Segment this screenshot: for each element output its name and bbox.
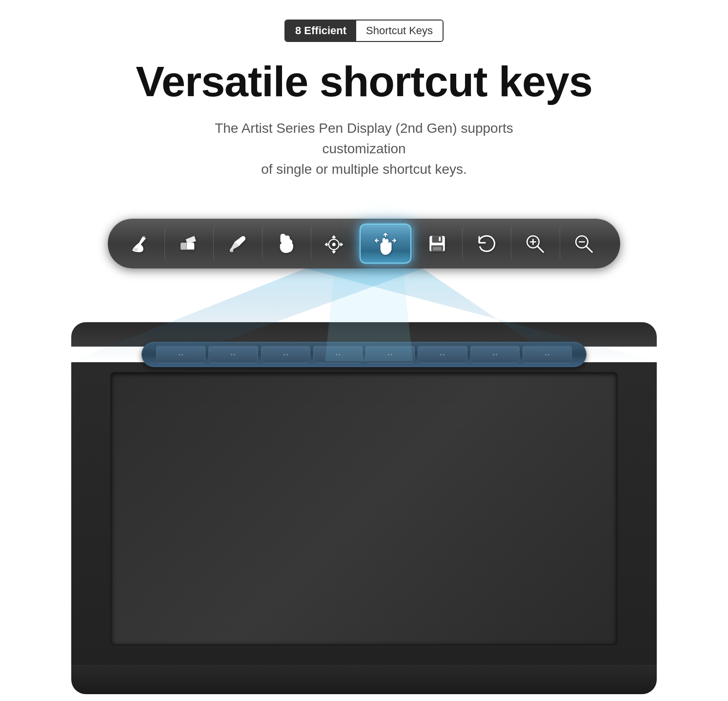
toolbar-item-zoom-in[interactable] (511, 226, 558, 261)
subtitle-line1: The Artist Series Pen Display (2nd Gen) … (215, 121, 513, 156)
badge-dark-label: 8 Efficient (285, 21, 356, 41)
drawing-device (71, 322, 657, 694)
device-body (71, 362, 657, 665)
device-bottom-edge (71, 665, 657, 694)
svg-point-0 (133, 248, 139, 251)
header-section: 8 Efficient Shortcut Keys Versatile shor… (0, 0, 728, 209)
toolbar-wrapper (0, 219, 728, 694)
toolbar-item-hand[interactable] (262, 226, 309, 261)
eraser-icon (178, 233, 199, 254)
badge-light-label: Shortcut Keys (356, 21, 443, 41)
touch-pan-icon (324, 233, 345, 254)
page-title: Versatile shortcut keys (136, 57, 592, 106)
toolbar-item-eyedropper[interactable] (213, 226, 260, 261)
toolbar-item-undo[interactable] (462, 226, 509, 261)
toolbar-item-zoom-out[interactable] (560, 226, 607, 261)
light-beam (0, 264, 728, 361)
subtitle: The Artist Series Pen Display (2nd Gen) … (174, 118, 554, 180)
toolbar-item-brush[interactable] (116, 226, 162, 261)
svg-point-8 (332, 243, 335, 246)
badge-container: 8 Efficient Shortcut Keys (284, 20, 444, 42)
device-screen (110, 372, 618, 645)
brush-icon (129, 233, 149, 254)
toolbar-item-touch-pan[interactable] (311, 226, 358, 261)
eyedropper-icon (227, 233, 247, 254)
svg-marker-23 (325, 268, 413, 361)
toolbar (108, 219, 620, 268)
toolbar-item-touch-move[interactable] (360, 224, 411, 264)
touch-move-icon (373, 231, 398, 256)
zoom-in-icon (525, 233, 545, 254)
svg-rect-2 (181, 243, 186, 249)
svg-point-6 (230, 249, 233, 251)
toolbar-item-save[interactable] (413, 226, 460, 261)
svg-line-17 (537, 246, 543, 252)
save-icon (427, 233, 447, 254)
undo-icon (476, 233, 496, 254)
zoom-out-icon (573, 233, 594, 254)
svg-rect-13 (433, 247, 442, 250)
subtitle-line2: of single or multiple shortcut keys. (261, 162, 467, 177)
svg-rect-11 (439, 237, 441, 241)
svg-rect-10 (432, 236, 442, 243)
toolbar-item-eraser[interactable] (164, 226, 211, 261)
svg-line-20 (586, 246, 592, 252)
hand-icon (276, 233, 296, 254)
